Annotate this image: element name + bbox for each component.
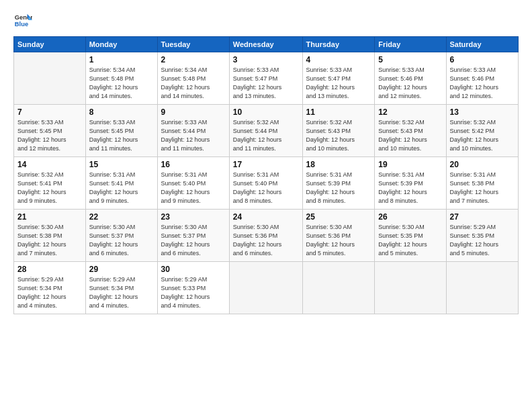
calendar-cell [375,262,446,314]
day-number: 10 [233,107,299,117]
logo-icon: General Blue [13,11,32,30]
calendar-table: SundayMondayTuesdayWednesdayThursdayFrid… [13,36,519,314]
calendar-cell: 22Sunrise: 5:30 AM Sunset: 5:37 PM Dayli… [85,210,157,262]
day-number: 16 [161,160,226,169]
calendar-cell: 16Sunrise: 5:31 AM Sunset: 5:40 PM Dayli… [157,157,229,210]
day-info: Sunrise: 5:31 AM Sunset: 5:41 PM Dayligh… [89,171,154,205]
calendar-week-row: 14Sunrise: 5:32 AM Sunset: 5:41 PM Dayli… [14,157,519,210]
logo: General Blue [13,11,32,30]
calendar-cell: 1Sunrise: 5:34 AM Sunset: 5:48 PM Daylig… [85,52,157,105]
day-info: Sunrise: 5:33 AM Sunset: 5:47 PM Dayligh… [306,66,371,101]
day-info: Sunrise: 5:30 AM Sunset: 5:37 PM Dayligh… [161,223,226,258]
day-info: Sunrise: 5:33 AM Sunset: 5:46 PM Dayligh… [378,66,442,101]
calendar-cell: 14Sunrise: 5:32 AM Sunset: 5:41 PM Dayli… [14,157,86,210]
calendar-cell: 30Sunrise: 5:29 AM Sunset: 5:33 PM Dayli… [157,262,229,314]
calendar-cell: 8Sunrise: 5:33 AM Sunset: 5:45 PM Daylig… [85,105,157,157]
calendar-cell: 20Sunrise: 5:31 AM Sunset: 5:38 PM Dayli… [446,157,519,210]
day-number: 13 [450,107,515,117]
day-info: Sunrise: 5:30 AM Sunset: 5:35 PM Dayligh… [378,223,442,258]
day-number: 24 [233,212,299,222]
day-info: Sunrise: 5:33 AM Sunset: 5:46 PM Dayligh… [450,66,515,101]
day-number: 11 [306,107,371,117]
svg-text:Blue: Blue [15,21,28,28]
day-number: 19 [378,160,442,169]
day-number: 22 [89,212,154,222]
calendar-cell: 21Sunrise: 5:30 AM Sunset: 5:38 PM Dayli… [14,210,86,262]
weekday-header-sunday: Sunday [14,37,86,52]
calendar-cell: 18Sunrise: 5:31 AM Sunset: 5:39 PM Dayli… [302,157,375,210]
calendar-cell: 19Sunrise: 5:31 AM Sunset: 5:39 PM Dayli… [375,157,446,210]
day-info: Sunrise: 5:32 AM Sunset: 5:43 PM Dayligh… [378,118,442,153]
day-info: Sunrise: 5:31 AM Sunset: 5:40 PM Dayligh… [233,171,299,205]
day-info: Sunrise: 5:29 AM Sunset: 5:35 PM Dayligh… [450,223,515,258]
calendar-cell [229,262,302,314]
day-number: 28 [17,265,82,274]
day-number: 3 [233,55,299,64]
calendar-cell: 10Sunrise: 5:32 AM Sunset: 5:44 PM Dayli… [229,105,302,157]
day-info: Sunrise: 5:33 AM Sunset: 5:47 PM Dayligh… [233,66,299,101]
day-number: 20 [450,160,515,169]
day-number: 15 [89,160,154,169]
calendar-cell: 5Sunrise: 5:33 AM Sunset: 5:46 PM Daylig… [375,52,446,105]
weekday-header-wednesday: Wednesday [229,37,302,52]
day-number: 7 [17,107,82,117]
weekday-header-monday: Monday [85,37,157,52]
day-info: Sunrise: 5:33 AM Sunset: 5:45 PM Dayligh… [17,118,82,153]
day-info: Sunrise: 5:33 AM Sunset: 5:44 PM Dayligh… [161,118,226,153]
calendar-cell: 17Sunrise: 5:31 AM Sunset: 5:40 PM Dayli… [229,157,302,210]
calendar-cell: 25Sunrise: 5:30 AM Sunset: 5:36 PM Dayli… [302,210,375,262]
day-info: Sunrise: 5:30 AM Sunset: 5:38 PM Dayligh… [17,223,82,258]
calendar-cell: 26Sunrise: 5:30 AM Sunset: 5:35 PM Dayli… [375,210,446,262]
day-info: Sunrise: 5:32 AM Sunset: 5:41 PM Dayligh… [17,171,82,205]
calendar-cell: 24Sunrise: 5:30 AM Sunset: 5:36 PM Dayli… [229,210,302,262]
weekday-header-friday: Friday [375,37,446,52]
day-number: 29 [89,265,154,274]
day-number: 26 [378,212,442,222]
calendar-cell: 3Sunrise: 5:33 AM Sunset: 5:47 PM Daylig… [229,52,302,105]
day-info: Sunrise: 5:31 AM Sunset: 5:39 PM Dayligh… [306,171,371,205]
day-number: 21 [17,212,82,222]
day-info: Sunrise: 5:32 AM Sunset: 5:42 PM Dayligh… [450,118,515,153]
day-info: Sunrise: 5:31 AM Sunset: 5:39 PM Dayligh… [378,171,442,205]
day-info: Sunrise: 5:34 AM Sunset: 5:48 PM Dayligh… [161,66,226,101]
calendar-cell: 15Sunrise: 5:31 AM Sunset: 5:41 PM Dayli… [85,157,157,210]
calendar-cell [446,262,519,314]
day-info: Sunrise: 5:31 AM Sunset: 5:38 PM Dayligh… [450,171,515,205]
calendar-cell [14,52,86,105]
day-info: Sunrise: 5:34 AM Sunset: 5:48 PM Dayligh… [89,66,154,101]
weekday-header-tuesday: Tuesday [157,37,229,52]
weekday-header-thursday: Thursday [302,37,375,52]
day-number: 2 [161,55,226,64]
day-number: 1 [89,55,154,64]
weekday-header-row: SundayMondayTuesdayWednesdayThursdayFrid… [14,37,519,52]
calendar-cell: 23Sunrise: 5:30 AM Sunset: 5:37 PM Dayli… [157,210,229,262]
calendar-cell: 29Sunrise: 5:29 AM Sunset: 5:34 PM Dayli… [85,262,157,314]
day-number: 27 [450,212,515,222]
calendar-cell [302,262,375,314]
calendar-page: General Blue SundayMondayTuesdayWednesda… [0,0,532,411]
day-number: 25 [306,212,371,222]
day-info: Sunrise: 5:30 AM Sunset: 5:36 PM Dayligh… [306,223,371,258]
day-number: 23 [161,212,226,222]
calendar-week-row: 28Sunrise: 5:29 AM Sunset: 5:34 PM Dayli… [14,262,519,314]
day-info: Sunrise: 5:30 AM Sunset: 5:36 PM Dayligh… [233,223,299,258]
day-number: 4 [306,55,371,64]
calendar-cell: 12Sunrise: 5:32 AM Sunset: 5:43 PM Dayli… [375,105,446,157]
calendar-cell: 27Sunrise: 5:29 AM Sunset: 5:35 PM Dayli… [446,210,519,262]
day-number: 12 [378,107,442,117]
header: General Blue [13,11,519,30]
calendar-cell: 28Sunrise: 5:29 AM Sunset: 5:34 PM Dayli… [14,262,86,314]
day-number: 6 [450,55,515,64]
day-info: Sunrise: 5:29 AM Sunset: 5:34 PM Dayligh… [89,275,154,310]
calendar-cell: 2Sunrise: 5:34 AM Sunset: 5:48 PM Daylig… [157,52,229,105]
day-number: 8 [89,107,154,117]
day-info: Sunrise: 5:30 AM Sunset: 5:37 PM Dayligh… [89,223,154,258]
day-info: Sunrise: 5:29 AM Sunset: 5:33 PM Dayligh… [161,275,226,310]
day-number: 18 [306,160,371,169]
weekday-header-saturday: Saturday [446,37,519,52]
day-info: Sunrise: 5:33 AM Sunset: 5:45 PM Dayligh… [89,118,154,153]
calendar-week-row: 7Sunrise: 5:33 AM Sunset: 5:45 PM Daylig… [14,105,519,157]
calendar-cell: 11Sunrise: 5:32 AM Sunset: 5:43 PM Dayli… [302,105,375,157]
day-info: Sunrise: 5:31 AM Sunset: 5:40 PM Dayligh… [161,171,226,205]
day-info: Sunrise: 5:32 AM Sunset: 5:44 PM Dayligh… [233,118,299,153]
